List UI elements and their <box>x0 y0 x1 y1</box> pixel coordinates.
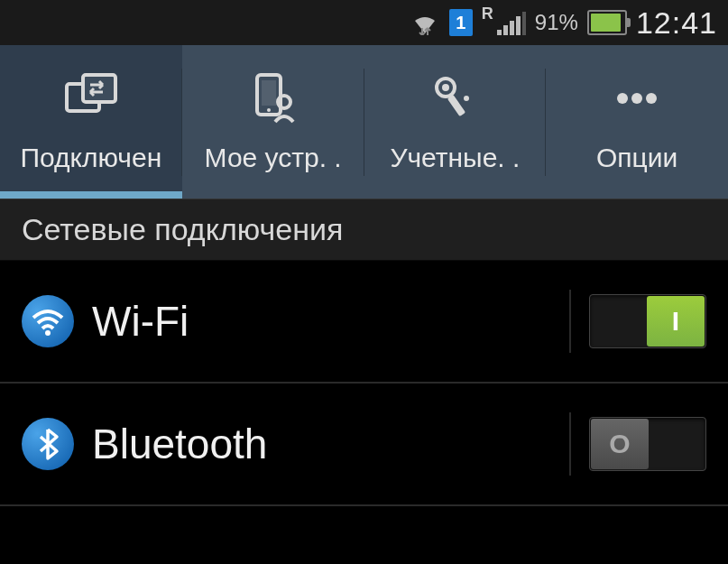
divider <box>569 412 571 476</box>
settings-tabs: Подключен Мое устр. . Учетные. . <box>0 45 728 199</box>
setting-row-wifi[interactable]: Wi-Fi I <box>0 261 728 384</box>
setting-label: Wi-Fi <box>92 297 551 346</box>
wifi-toggle[interactable]: I <box>589 294 706 348</box>
toggle-handle: O <box>591 419 649 469</box>
svg-point-9 <box>267 108 271 112</box>
tab-options[interactable]: Опции <box>546 45 728 199</box>
svg-point-15 <box>617 93 628 104</box>
clock: 12:41 <box>636 5 717 41</box>
device-icon <box>246 70 300 126</box>
status-bar: 1 R 91% 12:41 <box>0 0 728 45</box>
connections-icon <box>60 70 123 126</box>
tab-accounts[interactable]: Учетные. . <box>364 45 547 199</box>
options-icon <box>610 70 664 126</box>
battery-percent: 91% <box>535 10 578 35</box>
svg-point-14 <box>464 96 469 101</box>
svg-point-17 <box>646 93 657 104</box>
svg-rect-3 <box>516 16 521 35</box>
wifi-status-icon <box>410 10 440 35</box>
svg-rect-8 <box>262 80 276 106</box>
section-header-network: Сетевые подключения <box>0 199 728 261</box>
divider <box>569 290 571 353</box>
tab-label: Мое устр. . <box>205 143 342 173</box>
toggle-handle: I <box>647 296 705 347</box>
svg-rect-0 <box>497 30 502 35</box>
sim-indicator: 1 <box>449 9 473 36</box>
wifi-icon <box>22 295 74 347</box>
svg-rect-2 <box>510 21 514 35</box>
svg-rect-4 <box>522 12 526 35</box>
tab-label: Опции <box>596 143 677 173</box>
tab-label: Подключен <box>20 143 161 173</box>
svg-rect-13 <box>447 95 465 116</box>
accounts-icon <box>428 70 482 126</box>
tab-label: Учетные. . <box>390 143 520 173</box>
setting-label: Bluetooth <box>92 420 551 468</box>
svg-point-12 <box>442 84 449 91</box>
svg-point-18 <box>45 330 51 336</box>
battery-icon <box>587 10 627 35</box>
setting-row-bluetooth[interactable]: Bluetooth O <box>0 384 728 506</box>
roaming-indicator: R <box>482 5 493 23</box>
tab-connections[interactable]: Подключен <box>0 45 182 199</box>
svg-rect-1 <box>503 25 508 35</box>
signal-icon <box>497 10 526 35</box>
tab-device[interactable]: Мое устр. . <box>182 45 364 199</box>
bluetooth-toggle[interactable]: O <box>589 417 706 471</box>
battery-fill <box>591 14 621 32</box>
svg-point-16 <box>631 93 642 104</box>
bluetooth-icon <box>22 418 74 470</box>
